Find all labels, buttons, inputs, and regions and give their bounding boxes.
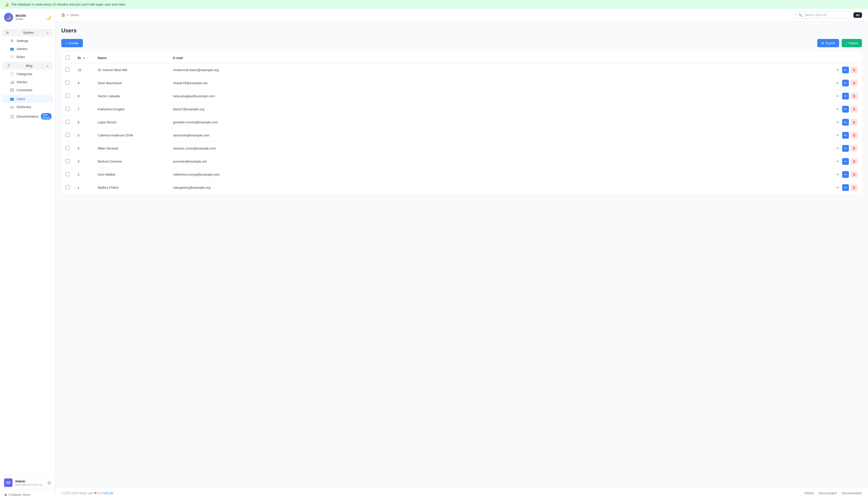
edit-button[interactable]: ✏ <box>842 145 849 152</box>
delete-button[interactable]: 🗑 <box>851 119 858 126</box>
row-checkbox[interactable] <box>65 159 70 163</box>
delete-button[interactable]: 🗑 <box>851 66 858 73</box>
view-button[interactable]: 👁 <box>834 106 841 112</box>
demo-link[interactable]: Demo project <box>819 491 836 495</box>
sidebar-item-articles[interactable]: 📊 Articles <box>2 78 53 86</box>
sort-icon[interactable]: ⇅ <box>83 57 85 60</box>
sidebar-item-admins[interactable]: 👥 Admins <box>2 45 53 53</box>
row-checkbox[interactable] <box>65 133 70 137</box>
table-row: 5 Caterina Anderson DVM astroman@example… <box>62 129 862 142</box>
cell-email: luisa.douglas@example.com <box>169 90 831 103</box>
delete-button[interactable]: 🗑 <box>851 145 858 152</box>
row-checkbox[interactable] <box>65 185 70 189</box>
view-button[interactable]: 👁 <box>834 171 841 178</box>
edit-button[interactable]: ✏ <box>842 171 849 178</box>
documentation-icon: 📋 <box>10 114 14 118</box>
sidebar-item-dictionary[interactable]: 📖 Dictionary <box>2 103 53 111</box>
home-icon[interactable]: 🏠 <box>61 13 65 17</box>
action-buttons-right: ⊞ Export ↑ Import <box>817 39 862 47</box>
search-box[interactable]: 🔍 Search (Ctrl+K) <box>795 11 851 19</box>
sidebar-item-users[interactable]: 👥 Users <box>2 95 53 103</box>
select-all-checkbox[interactable] <box>65 56 70 60</box>
create-button[interactable]: + Create <box>61 39 83 47</box>
view-button[interactable]: 👁 <box>834 132 841 139</box>
delete-button[interactable]: 🗑 <box>851 80 858 86</box>
cell-name: Hector Labadie <box>94 90 169 103</box>
view-button[interactable]: 👁 <box>834 145 841 152</box>
edit-button[interactable]: ✏ <box>842 106 849 112</box>
table-row: 1 Mallory Pollich cdaugherty@example.org… <box>62 181 862 194</box>
edit-button[interactable]: ✏ <box>842 132 849 139</box>
cell-checkbox <box>62 77 74 90</box>
delete-button[interactable]: 🗑 <box>851 184 858 191</box>
nav-section-blog-header[interactable]: 📝 Blog ▲ <box>2 62 53 70</box>
nav-section-system-header[interactable]: ⊞ System ▲ <box>2 29 53 36</box>
view-button[interactable]: 👁 <box>834 158 841 165</box>
sidebar-item-documentation[interactable]: 📋 Documentation New design <box>2 111 53 122</box>
cell-id: 10 <box>74 63 94 77</box>
edit-button[interactable]: ✏ <box>842 80 849 86</box>
sidebar-item-categories[interactable]: 📄 Categories <box>2 70 53 78</box>
view-button[interactable]: 👁 <box>834 119 841 126</box>
cell-id: 8 <box>74 90 94 103</box>
logout-icon[interactable]: ⏻ <box>48 480 51 485</box>
edit-button[interactable]: ✏ <box>842 93 849 99</box>
sidebar-item-roles[interactable]: 🛡 Roles <box>2 53 53 61</box>
brand-link[interactable]: CutCode <box>101 491 113 495</box>
collapse-icon: ◀ <box>4 493 7 497</box>
row-checkbox[interactable] <box>65 68 70 72</box>
id-column-label: ID <box>78 56 81 60</box>
table-row: 4 Miller Denesik simonis.conor@example.c… <box>62 142 862 155</box>
import-label: Import <box>849 41 858 45</box>
cell-actions: 👁 ✏ 🗑 <box>831 142 862 155</box>
view-button[interactable]: 👁 <box>834 67 841 73</box>
view-button[interactable]: 👁 <box>834 184 841 191</box>
edit-button[interactable]: ✏ <box>842 119 849 126</box>
import-button[interactable]: ↑ Import <box>842 39 862 47</box>
cell-checkbox <box>62 155 74 168</box>
chevron-up-icon-blog: ▲ <box>46 64 49 67</box>
th-actions <box>831 52 862 63</box>
docs-link[interactable]: Documentation <box>842 491 862 495</box>
notice-text: The database is reset every 15 minutes a… <box>11 2 125 6</box>
language-badge[interactable]: en <box>853 12 862 18</box>
dark-mode-toggle[interactable]: 🌙 <box>46 15 51 20</box>
view-button[interactable]: 👁 <box>834 93 841 99</box>
cell-name: Dr. Antone West MD <box>94 63 169 77</box>
users-label: Users <box>16 97 25 101</box>
row-checkbox[interactable] <box>65 81 70 85</box>
delete-button[interactable]: 🗑 <box>851 132 858 139</box>
cell-checkbox <box>62 129 74 142</box>
users-table: ID ⇅ Name E-mail 10 Dr. Antone West MD m… <box>61 52 862 194</box>
edit-button[interactable]: ✏ <box>842 184 849 191</box>
sidebar-item-comments[interactable]: 💬 Comments <box>2 86 53 94</box>
nav-section-system: ⊞ System ▲ ⚙ Settings 👥 Admins 🛡 Roles <box>0 29 55 61</box>
delete-button[interactable]: 🗑 <box>851 93 858 99</box>
delete-button[interactable]: 🗑 <box>851 106 858 112</box>
row-checkbox[interactable] <box>65 120 70 124</box>
table-row: 8 Hector Labadie luisa.douglas@example.c… <box>62 90 862 103</box>
delete-button[interactable]: 🗑 <box>851 171 858 178</box>
edit-button[interactable]: ✏ <box>842 66 849 73</box>
cell-email: cdaugherty@example.org <box>169 181 831 194</box>
cell-id: 5 <box>74 129 94 142</box>
logo-icon: 🌙 <box>4 13 13 22</box>
row-checkbox[interactable] <box>65 146 70 150</box>
settings-icon: ⚙ <box>10 39 14 43</box>
delete-button[interactable]: 🗑 <box>851 158 858 165</box>
sidebar-item-settings[interactable]: ⚙ Settings <box>2 37 53 45</box>
edit-button[interactable]: ✏ <box>842 158 849 165</box>
export-label: Export <box>826 41 835 45</box>
export-button[interactable]: ⊞ Export <box>817 39 839 47</box>
row-checkbox[interactable] <box>65 94 70 98</box>
github-link[interactable]: GitHub <box>804 491 814 495</box>
collapse-menu-button[interactable]: ◀ Collapse menu <box>0 490 55 499</box>
import-icon: ↑ <box>846 41 847 45</box>
view-button[interactable]: 👁 <box>834 80 841 86</box>
th-email: E-mail <box>169 52 831 63</box>
row-checkbox[interactable] <box>65 107 70 111</box>
notice-bar: 🔔 The database is reset every 15 minutes… <box>0 0 868 9</box>
cell-name: Mallory Pollich <box>94 181 169 194</box>
row-checkbox[interactable] <box>65 172 70 176</box>
cell-checkbox <box>62 103 74 116</box>
